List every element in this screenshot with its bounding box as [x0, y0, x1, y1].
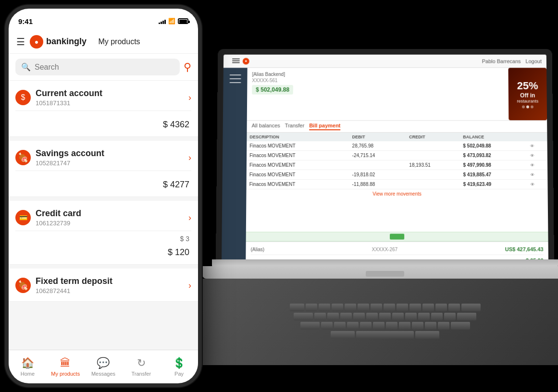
oa1-balance: US$ 427,645.43: [505, 246, 544, 252]
table-row: Finacos MOVEMENT -19,818.02 $ 419,885.47…: [247, 170, 548, 179]
other-account-row-1[interactable]: (Alias) XXXXX-267 US$ 427,645.43: [250, 244, 543, 255]
col-credit: Credit: [406, 133, 460, 141]
promo-off: Off in: [520, 92, 535, 99]
battery-icon: [178, 18, 188, 24]
fixed-deposit-name: Fixed term deposit: [36, 276, 112, 286]
laptop-screen: ● Pablo Barrecans Logout: [222, 55, 549, 274]
table-row: Finacos MOVEMENT -24,715.14 $ 473,093.82…: [247, 151, 547, 160]
credit-card-item[interactable]: 💳 Credit card 1061232739 › $ 3 $ 120: [9, 201, 198, 265]
laptop-base: [202, 259, 558, 365]
tab-transfer[interactable]: Transfer: [285, 122, 305, 130]
tab-transfer-label: Transfer: [132, 371, 151, 377]
status-icons: 📶: [159, 18, 188, 24]
search-icon: 🔍: [21, 62, 31, 72]
credit-card-balance1: $ 3: [15, 235, 191, 243]
laptop-top-bar: ● Pablo Barrecans Logout: [223, 55, 546, 68]
keyboard-area: [202, 279, 558, 365]
oa1-number: XXXXX-267: [372, 246, 398, 252]
nav-title: My products: [48, 37, 190, 46]
fixed-deposit-item[interactable]: 🍖 Fixed term deposit 1062872441 ›: [9, 269, 198, 302]
row-balance: $ 473,093.82: [460, 151, 527, 160]
savings-account-number: 1052821747: [36, 159, 104, 167]
transfer-icon: ↻: [137, 357, 146, 369]
row-desc: Finacos MOVEMENT: [247, 141, 349, 150]
search-input[interactable]: [35, 63, 174, 72]
row-credit: [406, 151, 460, 160]
laptop-frame: ● Pablo Barrecans Logout: [202, 48, 558, 375]
laptop-user: Pablo Barrecans: [482, 58, 521, 64]
tab-all-balances[interactable]: All balances: [252, 122, 280, 130]
messages-icon: 💬: [97, 357, 110, 369]
hamburger-icon[interactable]: ☰: [16, 36, 25, 48]
fixed-deposit-icon: 🍖: [15, 278, 31, 293]
laptop-tabs-row: All balances Transfer Bill payment: [247, 121, 547, 133]
row-balance: $ 502,049.88: [460, 141, 527, 150]
savings-account-name: Savings account: [36, 148, 104, 159]
search-input-wrap[interactable]: 🔍: [15, 59, 180, 75]
current-account-chevron: ›: [188, 93, 191, 103]
brand-icon: ●: [30, 35, 43, 49]
tab-home-label: Home: [21, 371, 35, 377]
tab-home[interactable]: 🏠 Home: [9, 357, 47, 377]
row-credit: [406, 141, 460, 150]
laptop-sidebar: [222, 68, 248, 273]
row-debit: -24,715.14: [349, 151, 407, 160]
current-account-name: Current account: [36, 88, 102, 98]
row-credit: [406, 180, 460, 189]
laptop-screen-area: ● Pablo Barrecans Logout: [216, 49, 555, 280]
search-bar: 🔍 ⚲: [9, 54, 198, 81]
wifi-icon: 📶: [168, 18, 175, 24]
table-row: Finacos MOVEMENT 28,765.98 $ 502,049.88 …: [247, 141, 547, 150]
credit-card-icon: 💳: [15, 210, 31, 225]
laptop-main-content: [Alias Backend] XXXXX-561 $ 502,049.88 2…: [222, 68, 549, 273]
filter-icon[interactable]: ⚲: [184, 61, 191, 74]
phone-frame: 9:41 📶 ☰ ● bankingly My prod: [5, 5, 202, 387]
phone-content: 🔍 ⚲ $ Current account 1051871331 ›: [9, 54, 198, 350]
laptop-promo-banner: 25% Off in restaurants: [508, 68, 547, 120]
pay-icon: 💲: [173, 357, 186, 369]
tab-transfer[interactable]: ↻ Transfer: [122, 357, 160, 377]
current-account-number: 1051871331: [36, 99, 102, 107]
row-balance: $ 497,990.98: [460, 160, 528, 170]
col-actions: [527, 133, 547, 141]
row-debit: 28,765.98: [349, 141, 407, 150]
status-bar: 9:41 📶: [9, 9, 198, 30]
savings-account-balance: $ 4277: [15, 175, 191, 190]
tab-bill-payment[interactable]: Bill payment: [309, 122, 340, 130]
row-desc: Finacos MOVEMENT: [247, 160, 349, 170]
fixed-deposit-number: 1062872441: [36, 287, 112, 294]
col-balance: Balance: [460, 133, 527, 141]
savings-account-icon: 🍖: [15, 150, 31, 165]
promo-text: restaurants: [517, 99, 538, 104]
status-time: 9:41: [18, 17, 33, 25]
credit-card-number: 1061232739: [36, 220, 81, 227]
table-row: Finacos MOVEMENT 18,193.51 $ 497,990.98 …: [247, 160, 547, 170]
col-description: Description: [247, 133, 349, 141]
laptop-account-alias: [Alias Backend]: [252, 72, 503, 77]
row-credit: 18,193.51: [406, 160, 460, 170]
tab-messages[interactable]: 💬 Messages: [85, 357, 123, 377]
movements-table: Description Debit Credit Balance Finacos…: [246, 133, 548, 232]
credit-card-balance2: $ 120: [15, 243, 191, 257]
row-credit: [406, 170, 460, 179]
row-balance: $ 419,885.47: [460, 170, 528, 179]
signal-icon: [159, 18, 166, 24]
current-account-balance: $ 4362: [15, 115, 191, 130]
row-desc: Finacos MOVEMENT: [247, 170, 349, 179]
savings-account-item[interactable]: 🍖 Savings account 1052821747 › $ 4277: [9, 141, 198, 197]
laptop-logout[interactable]: Logout: [525, 58, 542, 64]
row-desc: Finacos MOVEMENT: [247, 151, 349, 160]
credit-card-chevron: ›: [188, 213, 191, 223]
col-debit: Debit: [349, 133, 407, 141]
touchpad: [366, 271, 404, 277]
laptop-account-number: XXXXX-561: [252, 78, 503, 83]
promo-percent: 25%: [517, 80, 538, 92]
tab-my-products[interactable]: 🏛 My products: [47, 357, 85, 377]
fixed-deposit-chevron: ›: [188, 281, 191, 291]
bottom-tabs: 🏠 Home 🏛 My products 💬 Messages ↻ Transf…: [9, 350, 198, 383]
current-account-item[interactable]: $ Current account 1051871331 › $ 4362: [9, 81, 198, 137]
laptop-main-panel: [Alias Backend] XXXXX-561 $ 502,049.88 2…: [246, 68, 548, 273]
tab-pay[interactable]: 💲 Pay: [160, 357, 198, 377]
view-more-movements[interactable]: View more movements: [246, 189, 547, 198]
savings-account-chevron: ›: [188, 153, 191, 163]
